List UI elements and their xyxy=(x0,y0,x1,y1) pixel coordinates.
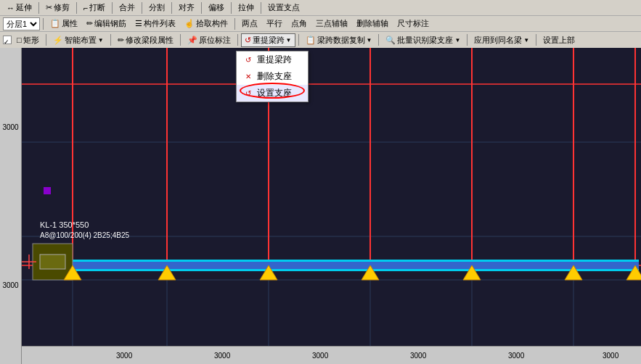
sep15 xyxy=(298,34,299,46)
pick-button[interactable]: ☝ 拾取构件 xyxy=(181,17,232,30)
rect-checkbox[interactable] xyxy=(3,36,12,44)
extend-icon: ↔ xyxy=(7,4,15,12)
sep17 xyxy=(467,34,468,46)
rect-icon: □ xyxy=(17,36,22,44)
sep7 xyxy=(231,2,232,14)
break-button[interactable]: ⌐ 打断 xyxy=(80,1,109,15)
parallel-button[interactable]: 平行 xyxy=(263,17,286,30)
ruler-left-mark-2: 3000 xyxy=(2,281,18,289)
apply-same-label: 应用到同名梁 xyxy=(474,35,522,46)
batch-identify-icon: 🔍 xyxy=(385,36,396,45)
re-extract-icon: ↺ xyxy=(245,36,251,45)
apply-same-button[interactable]: 应用到同名梁 ▼ xyxy=(470,33,533,47)
sep9 xyxy=(43,18,44,30)
twopoint-button[interactable]: 两点 xyxy=(238,17,261,30)
svg-rect-24 xyxy=(44,187,51,194)
re-extract-button[interactable]: ↺ 重提梁跨 ▼ xyxy=(241,33,295,47)
stretch-button[interactable]: 拉伸 xyxy=(234,1,258,15)
angle-button[interactable]: 点角 xyxy=(287,17,311,30)
split-button[interactable]: 分割 xyxy=(145,1,168,15)
batch-identify-button[interactable]: 🔍 批量识别梁支座 ▼ xyxy=(382,33,464,47)
stretch-label: 拉伸 xyxy=(238,2,254,13)
ruler-bottom-mark-2: 3000 xyxy=(214,352,230,360)
canvas-area: 3000 3000 xyxy=(0,48,641,364)
threepoint-button[interactable]: 三点辅轴 xyxy=(312,17,351,30)
sep10 xyxy=(234,18,235,30)
set-support-icon: ↺ xyxy=(242,88,254,99)
sep2 xyxy=(76,2,77,14)
rect-button[interactable]: □ 矩形 xyxy=(13,33,43,47)
ruler-bottom-mark-6: 3000 xyxy=(603,352,618,360)
svg-rect-0 xyxy=(22,48,641,346)
break-label: 打断 xyxy=(89,2,105,13)
re-extract-dropdown-icon: ▼ xyxy=(286,37,292,44)
original-mark-icon: 📌 xyxy=(187,36,197,45)
menu-item-delete-support[interactable]: ✕ 删除支座 xyxy=(237,68,308,85)
smart-layout-dropdown-icon: ▼ xyxy=(98,37,104,44)
menu-item-reextract[interactable]: ↺ 重提梁跨 xyxy=(237,51,308,68)
span-copy-button[interactable]: 📋 梁跨数据复制 ▼ xyxy=(302,33,376,47)
delete-support-label: 删除支座 xyxy=(257,70,292,83)
threepoint-label: 三点辅轴 xyxy=(316,18,348,29)
smart-layout-icon: ⚡ xyxy=(53,36,63,45)
rect-label: 矩形 xyxy=(23,35,39,46)
toolbar-row-2: 分层1 📋 属性 ✏ 编辑钢筋 ☰ 构件列表 ☝ 拾取构件 两点 平行 点角 xyxy=(0,16,641,32)
trim-label: 修剪 xyxy=(54,2,70,13)
sep5 xyxy=(171,2,172,14)
sep6 xyxy=(201,2,202,14)
sep8 xyxy=(261,2,261,14)
parallel-label: 平行 xyxy=(266,18,282,29)
layer-select[interactable]: 分层1 xyxy=(3,17,40,30)
component-list-label: 构件列表 xyxy=(144,18,176,29)
edit-rebar-button[interactable]: ✏ 编辑钢筋 xyxy=(83,17,130,30)
setpoint-label: 设置支点 xyxy=(268,2,300,13)
offset-button[interactable]: 偏移 xyxy=(205,1,228,15)
modify-span-label: 修改梁段属性 xyxy=(126,35,173,46)
main-drawing-svg: KL-1 350*550 A8@100/200(4) 2B25;4B25 xyxy=(22,48,641,346)
draw-area: KL-1 350*550 A8@100/200(4) 2B25;4B25 xyxy=(22,48,641,346)
pick-label: 拾取构件 xyxy=(196,18,228,29)
offset-label: 偏移 xyxy=(208,2,224,13)
component-list-icon: ☰ xyxy=(135,19,142,28)
dimension-label: 尺寸标注 xyxy=(397,18,429,29)
svg-rect-20 xyxy=(73,260,639,262)
toolbar-row-1: ↔ 延伸 ✂ 修剪 ⌐ 打断 合并 分割 对齐 偏移 拉伸 xyxy=(0,0,641,16)
sep16 xyxy=(378,34,379,46)
ruler-left: 3000 3000 xyxy=(0,48,22,364)
property-icon: 📋 xyxy=(50,19,60,28)
menu-item-set-support[interactable]: ↺ 设置支座 xyxy=(237,85,308,102)
ruler-bottom-mark-5: 3000 xyxy=(508,352,524,360)
property-label: 属性 xyxy=(62,18,78,29)
set-upper-button[interactable]: 设置上部 xyxy=(539,33,579,47)
setpoint-button[interactable]: 设置支点 xyxy=(264,1,303,15)
pick-icon: ☝ xyxy=(184,19,195,28)
set-upper-label: 设置上部 xyxy=(543,35,575,46)
property-button[interactable]: 📋 属性 xyxy=(46,17,81,30)
trim-button[interactable]: ✂ 修剪 xyxy=(42,1,73,15)
sep3 xyxy=(112,2,113,14)
align-label: 对齐 xyxy=(179,2,195,13)
ruler-bottom-mark-3: 3000 xyxy=(312,352,328,360)
original-mark-button[interactable]: 📌 原位标注 xyxy=(184,33,234,47)
smart-layout-button[interactable]: ⚡ 智能布置 ▼ xyxy=(49,33,107,47)
sep1 xyxy=(38,2,39,14)
extend-button[interactable]: ↔ 延伸 xyxy=(3,1,36,15)
apply-same-dropdown-icon: ▼ xyxy=(523,37,529,44)
sep18 xyxy=(536,34,536,46)
align-button[interactable]: 对齐 xyxy=(175,1,198,15)
delete-support-icon: ✕ xyxy=(242,72,254,82)
original-mark-label: 原位标注 xyxy=(199,35,231,46)
set-support-label: 设置支座 xyxy=(257,87,292,99)
merge-button[interactable]: 合并 xyxy=(115,1,139,15)
delete-axis-button[interactable]: 删除辅轴 xyxy=(353,17,392,30)
edit-rebar-label: 编辑钢筋 xyxy=(94,18,126,29)
component-list-button[interactable]: ☰ 构件列表 xyxy=(131,17,179,30)
svg-rect-23 xyxy=(40,255,65,269)
ruler-bottom-mark-4: 3000 xyxy=(410,352,426,360)
toolbar-row-3: □ 矩形 ⚡ 智能布置 ▼ ✏ 修改梁段属性 📌 原位标注 ↺ 重提梁跨 ▼ 📋… xyxy=(0,32,641,49)
break-icon: ⌐ xyxy=(83,4,88,12)
angle-label: 点角 xyxy=(291,18,307,29)
modify-span-button[interactable]: ✏ 修改梁段属性 xyxy=(114,33,177,47)
dimension-button[interactable]: 尺寸标注 xyxy=(393,17,433,30)
re-extract-label: 重提梁跨 xyxy=(253,35,285,46)
